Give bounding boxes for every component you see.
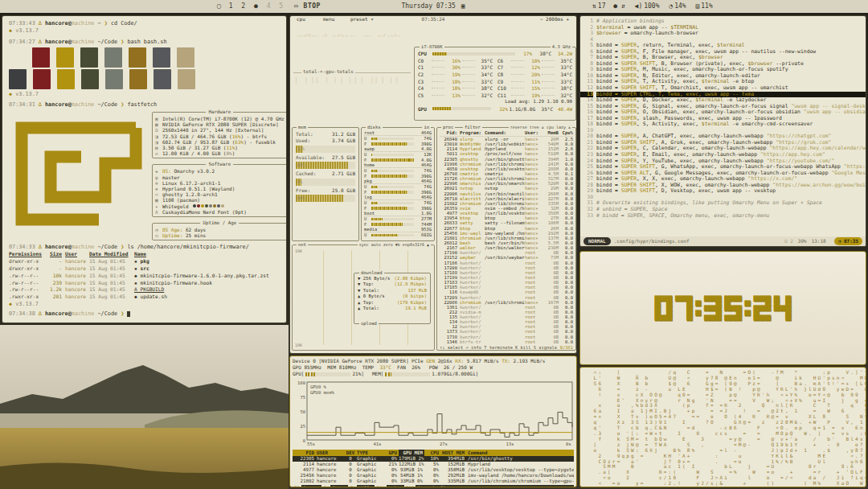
core-temp: 32°C (556, 92, 572, 98)
fastfetch-row-icon: A (155, 209, 162, 215)
notification-icon[interactable]: ▣ (461, 0, 465, 13)
process-row[interactable]: 1346btrfs-trroot0B0.0 (440, 339, 573, 344)
function-key-label[interactable]: Sort (330, 485, 348, 487)
core-name: C7 (497, 64, 510, 70)
process-mem: 0B (542, 339, 559, 344)
gpu-process-row[interactable]: 2114hancore0Graphic21%122MiB 1%5%152MiBH… (293, 462, 574, 467)
function-key[interactable]: F10 (375, 485, 386, 487)
btop-window[interactable]: cpu menu preset ∗ 07:35:24 − 2000ms + ⢀⣀… (289, 15, 577, 354)
x-axis-tick: 27s (440, 441, 448, 447)
nvtop-function-keys[interactable]: F2SetupF6SortF9KillF10QuitF12Save Config (293, 485, 574, 487)
terminal-window-fastfetch[interactable]: 07:33:43 ∆ hancore@machine ~ ❯ cd Code/ … (2, 15, 287, 323)
palette-swatch (32, 47, 50, 68)
function-key-label[interactable]: Kill (357, 485, 375, 487)
matrix-rain: <: [ _ /q C = N =O( -?M * :p V.]'*=A L' … (580, 368, 866, 487)
disk-total: 464G (421, 195, 432, 199)
core-name: C10 (497, 85, 510, 91)
nvtop-window[interactable]: Device 0 [NVIDIA GeForce RTX 2080 SUPER]… (289, 355, 577, 487)
tray-icons[interactable]: ● ⇵ (613, 2, 624, 10)
clock-window[interactable]: ██████ ██████ ██████ ██████ ██████ ██ ██… (579, 251, 866, 365)
volume-icon[interactable]: ◀) (635, 0, 643, 13)
core-temp: 38°C (477, 85, 493, 91)
network-interface[interactable]: sync auto zero ▼b enp0s31f6 ▲ (358, 242, 431, 248)
code-buffer[interactable]: # Application bindings$terminal = uwsm a… (596, 18, 866, 219)
tab-menu[interactable]: menu (321, 16, 337, 22)
workspace-1[interactable]: 1 (229, 2, 233, 10)
tab-cpu[interactable]: cpu (294, 16, 308, 22)
proc-footer-keys[interactable]: ↑↓ select ⏎ info T terminate K kill S si… (440, 345, 557, 350)
file-date: 15 Aug 01:45 (89, 258, 134, 265)
disk-name: root (364, 130, 375, 135)
proc-options[interactable]: reverse tree ± cpu lazy ± (509, 125, 572, 130)
tab-preset[interactable]: preset ∗ (348, 16, 376, 22)
function-key[interactable]: F12 (404, 485, 416, 487)
file-row[interactable]: .rw-r--r--10khancore15 Aug 01:45◆ mkinit… (9, 273, 280, 280)
process-command (485, 339, 525, 344)
function-key[interactable]: F6 (321, 485, 330, 487)
gpu-process-row[interactable]: 22305hancore0Graphic0%179MiB 2%10%394MiB… (293, 456, 574, 462)
file-permissions: .rw-r--r-- (9, 286, 46, 294)
disks-title: disks (366, 125, 383, 130)
function-key[interactable]: F9 (348, 485, 357, 487)
editor-area[interactable]: 1234567891011121314151617181920212223242… (580, 16, 866, 219)
update-interval[interactable]: − 2000ms + (538, 16, 571, 22)
workspace-3-active[interactable]: ● (254, 2, 258, 10)
mem-stat-label: Cached:2.71 GiB (296, 171, 355, 177)
cmatrix-window[interactable]: <: [ _ /q C = N =O( -?M * :p V.]'*=A L' … (579, 367, 866, 487)
core-row: C016%35°C (418, 57, 493, 64)
file-owner: hancore (62, 265, 89, 273)
file-row[interactable]: .rwxr-xr-x201hancore15 Aug 01:45◆ update… (9, 294, 280, 301)
file-row[interactable]: drwxr-xr-x-hancore15 Aug 01:45▪ src (9, 265, 280, 273)
updates-icon[interactable]: ⇅ (592, 0, 596, 13)
column-header[interactable]: PID (293, 450, 317, 456)
column-header[interactable]: HOST MEM (440, 450, 468, 456)
file-permissions: drwxr-xr-x (9, 258, 46, 265)
column-header[interactable]: Command (468, 450, 574, 456)
column-header[interactable]: USER (317, 450, 344, 456)
proc-column-headers[interactable]: Pid:Program: Command:User: MemBCpu% (440, 130, 573, 137)
file-date: 15 Aug 01:45 (89, 294, 134, 301)
memory-title: mem (297, 125, 308, 130)
statusline-clock: ◔ 07:35 (834, 237, 862, 245)
waybar: ▢ 1 2 ● 4 5 ▭ BTOP Thursday 07:35 ▣ ⇅17 … (0, 0, 868, 13)
disks-io-toggle[interactable]: io (422, 125, 431, 130)
file-row[interactable]: .rw-r--r--1.2khancore15 Aug 01:45A PKGBU… (9, 286, 280, 294)
workspaces[interactable]: ▢ 1 2 ● 4 5 ▭ BTOP (215, 0, 321, 13)
prompt-line-current[interactable]: 07:34:38 ∆ hancore@machine ~/Code ❯ (9, 310, 280, 318)
proc-filter[interactable]: filter (463, 125, 482, 130)
gpu-process-row[interactable]: 4977hancore0Graphic0%93MiB 1%0%358MiB/us… (293, 467, 574, 473)
launcher-icon[interactable]: ▢ (217, 0, 221, 13)
core-temp: 34°C (477, 72, 493, 77)
function-key-label[interactable]: Setup (301, 485, 321, 487)
column-header[interactable]: GPU MEM (399, 450, 424, 456)
function-key-label[interactable]: Save Config (416, 485, 452, 487)
btop-clock: 07:35:24 (420, 16, 448, 22)
function-key-label[interactable]: Quit (387, 485, 404, 487)
fastfetch-row-icon: ⊚ (155, 180, 162, 186)
column-header[interactable]: GPU (381, 450, 399, 456)
workspace-5[interactable]: 5 (279, 2, 283, 10)
fastfetch-row: ⇄12.00 KiB / 4.00 GiB (0%) (155, 150, 285, 156)
window-icon: ▭ (294, 0, 298, 13)
gpu-process-row[interactable]: 21802hancore0Graphic0%33MiB 0%0%335MiB/u… (293, 479, 574, 484)
column-header[interactable]: TYPE (357, 450, 381, 456)
mem-stat-label: Available:27.5 GiB (296, 154, 355, 161)
fastfetch-row: ❖Hyprland 0.51.1 (Wayland) (155, 186, 285, 191)
workspace-2[interactable]: 2 (241, 2, 245, 10)
mem-stat-label: Total:31.2 GiB (296, 131, 355, 138)
digital-clock: ██████ ██████ ██████ ██████ ██████ ██ ██… (655, 296, 792, 320)
nvtop-table-header[interactable]: PIDUSERDEVTYPEGPUGPU MEMCPUHOST MEMComma… (293, 450, 574, 456)
neovim-window[interactable]: 1234567891011121314151617181920212223242… (579, 15, 866, 247)
gpu-clocks-line: GPU 855MHz MEM 810MHz TEMP 33°C FAN 26% … (293, 364, 574, 371)
core-row: C513%32°C (418, 92, 493, 99)
function-key[interactable]: F2 (293, 485, 301, 487)
file-date: 15 Aug 01:45 (89, 273, 134, 280)
column-header[interactable]: CPU (424, 450, 440, 456)
clock-module[interactable]: Thursday 07:35 ▣ (401, 0, 466, 13)
file-row[interactable]: .rw-r--r--239hancore15 Aug 01:45▪ mkinit… (9, 280, 280, 287)
workspace-4[interactable]: 4 (267, 2, 271, 10)
core-row: C318%33°C (418, 78, 493, 85)
gpu-process-row[interactable]: 25456hancore0Graphic0%54MiB 1%0%292MiBim… (293, 473, 574, 479)
column-header[interactable]: DEV (344, 450, 357, 456)
file-row[interactable]: drwxr-xr-x-hancore15 Aug 01:45▪ pkg (9, 258, 280, 265)
